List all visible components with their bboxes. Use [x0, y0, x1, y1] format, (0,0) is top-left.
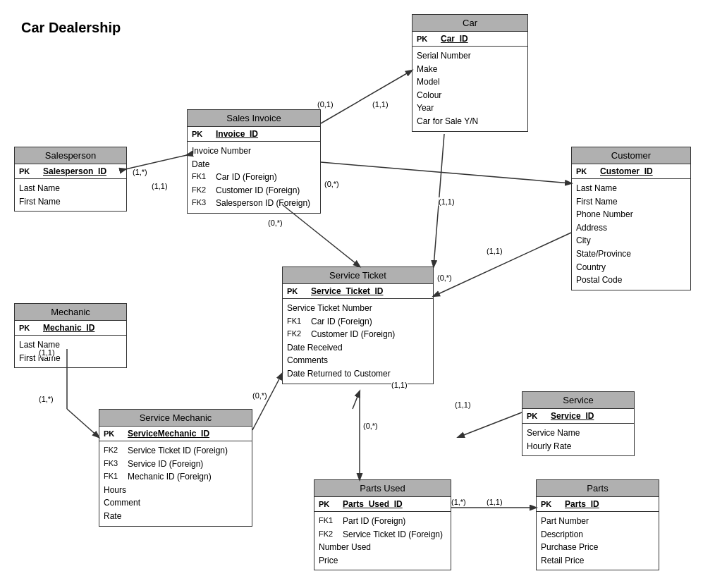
card-car-st: (1,1): [439, 197, 455, 206]
card-invoice-car-right: (1,1): [372, 100, 389, 109]
st-pk-label: PK: [287, 287, 307, 295]
entity-parts: Parts PK Parts_ID Part Number Descriptio…: [536, 479, 659, 570]
sm-body: FK2 Service Ticket ID (Foreign) FK3 Serv…: [99, 441, 252, 526]
service-pk-label: PK: [527, 412, 546, 420]
svg-line-7: [67, 409, 99, 437]
mechanic-header: Mechanic: [15, 304, 126, 321]
salesperson-pk-field: Salesperson_ID: [43, 166, 106, 176]
parts-pk-field: Parts_ID: [565, 499, 599, 509]
mechanic-body: Last Name First Name: [15, 336, 126, 367]
customer-header: Customer: [572, 147, 690, 164]
car-pk-label: PK: [417, 35, 436, 43]
car-field-4: Year: [417, 102, 434, 115]
customer-pk-label: PK: [576, 167, 596, 176]
car-field-2: Model: [417, 75, 440, 89]
pu-body: FK1 Part ID (Foreign) FK2 Service Ticket…: [314, 512, 451, 570]
entity-car: Car PK Car_ID Serial Number Make Model C…: [412, 14, 528, 132]
car-field-5: Car for Sale Y/N: [417, 115, 478, 128]
sales-invoice-header: Sales Invoice: [188, 110, 320, 127]
card-invoice-st: (0,*): [268, 219, 283, 227]
svg-line-9: [353, 391, 360, 409]
salesperson-header: Salesperson: [15, 147, 126, 164]
svg-line-10: [458, 412, 522, 437]
pu-header: Parts Used: [314, 480, 451, 497]
st-pk-field: Service_Ticket_ID: [311, 286, 384, 296]
service-header: Service: [522, 392, 634, 409]
entity-mechanic: Mechanic PK Mechanic_ID Last Name First …: [14, 303, 127, 368]
sm-pk-field: ServiceMechanic_ID: [128, 429, 209, 439]
car-body: Serial Number Make Model Colour Year Car…: [412, 47, 527, 131]
card-pu-parts-left: (1,*): [451, 498, 466, 506]
salesperson-body: Last Name First Name: [15, 179, 126, 211]
customer-body: Last Name First Name Phone Number Addres…: [572, 179, 690, 290]
invoice-pk-label: PK: [192, 130, 212, 138]
card-salesperson-left: (1,*): [133, 168, 147, 176]
svg-line-1: [321, 162, 571, 183]
card-invoice-car-left: (0,1): [317, 100, 334, 109]
car-pk-field: Car_ID: [441, 34, 468, 44]
card-cust-st-bot: (0,*): [437, 274, 452, 282]
card-st-pu: (0,*): [363, 422, 378, 430]
svg-line-8: [252, 374, 282, 430]
pu-pk-label: PK: [319, 500, 338, 508]
svg-line-5: [434, 233, 571, 296]
entity-salesperson: Salesperson PK Salesperson_ID Last Name …: [14, 147, 127, 212]
st-body: Service Ticket Number FK1 Car ID (Foreig…: [283, 299, 433, 384]
entity-sales-invoice: Sales Invoice PK Invoice_ID Invoice Numb…: [187, 109, 321, 214]
svg-line-2: [126, 155, 187, 169]
card-invoice-customer: (0,*): [324, 180, 339, 188]
sm-header: Service Mechanic: [99, 410, 252, 427]
car-header: Car: [412, 15, 527, 32]
entity-service-ticket: Service Ticket PK Service_Ticket_ID Serv…: [282, 267, 434, 384]
service-body: Service Name Hourly Rate: [522, 424, 634, 455]
card-sm-st-right: (1,1): [391, 381, 408, 389]
mechanic-pk-field: Mechanic_ID: [43, 323, 94, 333]
parts-header: Parts: [537, 480, 659, 497]
service-ticket-header: Service Ticket: [283, 267, 433, 284]
card-pu-parts-right: (1,1): [487, 498, 503, 506]
card-mech-sm-bot: (1,*): [39, 395, 54, 403]
card-cust-st-top: (1,1): [487, 247, 503, 255]
card-service-sm-left: (1,1): [455, 400, 471, 409]
card-salesperson-right: (1,1): [152, 182, 168, 190]
entity-service: Service PK Service_ID Service Name Hourl…: [522, 391, 635, 456]
invoice-pk-field: Invoice_ID: [216, 129, 258, 139]
customer-pk-field: Customer_ID: [600, 166, 653, 176]
svg-line-3: [282, 204, 360, 267]
mechanic-pk-label: PK: [19, 324, 39, 332]
pu-pk-field: Parts_Used_ID: [343, 499, 403, 509]
sm-pk-label: PK: [104, 429, 123, 438]
invoice-body: Invoice Number Date FK1 Car ID (Foreign)…: [188, 142, 320, 213]
card-sm-st-left: (0,*): [252, 391, 267, 400]
service-pk-field: Service_ID: [551, 411, 594, 421]
car-field-1: Make: [417, 63, 437, 76]
entity-parts-used: Parts Used PK Parts_Used_ID FK1 Part ID …: [314, 479, 451, 570]
car-field-0: Serial Number: [417, 49, 471, 63]
parts-pk-label: PK: [541, 500, 561, 508]
salesperson-pk-label: PK: [19, 167, 39, 176]
card-mech-sm-top: (1,1): [39, 348, 55, 357]
svg-line-0: [321, 71, 412, 123]
entity-service-mechanic: Service Mechanic PK ServiceMechanic_ID F…: [99, 409, 252, 527]
diagram-title: Car Dealership: [21, 20, 121, 36]
entity-customer: Customer PK Customer_ID Last Name First …: [571, 147, 691, 290]
parts-body: Part Number Description Purchase Price R…: [537, 512, 659, 570]
car-field-3: Colour: [417, 89, 441, 102]
